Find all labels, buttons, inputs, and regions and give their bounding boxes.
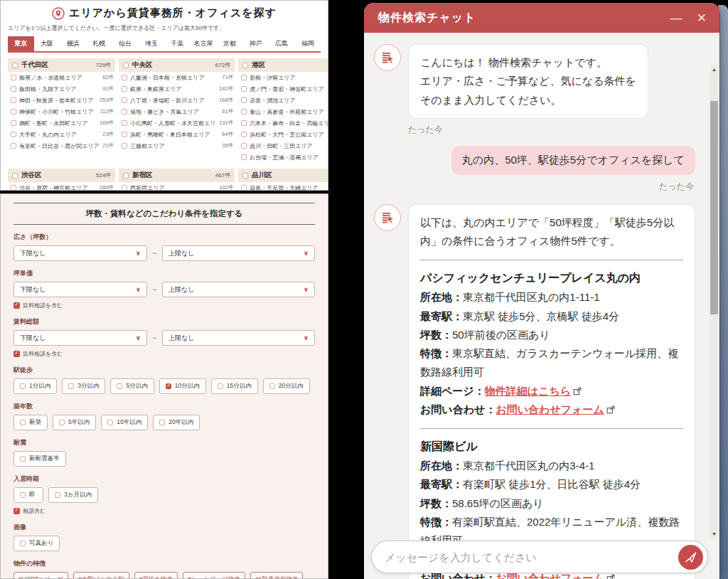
ward-checkbox[interactable] (242, 63, 248, 68)
area-row[interactable]: 西新宿エリア102件 (119, 182, 235, 191)
option-box-checkbox[interactable] (20, 456, 26, 462)
option-checkbox[interactable]: 1分以内 (14, 378, 57, 394)
city-tab[interactable]: 名古屋 (191, 36, 217, 51)
ward-header[interactable]: 新宿区467件 (119, 169, 235, 182)
option-box-checkbox[interactable] (117, 383, 122, 389)
property-link[interactable]: 物件詳細はこちら (485, 385, 571, 397)
area-checkbox[interactable] (122, 185, 127, 191)
option-box-checkbox[interactable] (68, 383, 74, 389)
option-box-checkbox[interactable] (166, 383, 171, 389)
ward-checkbox[interactable] (123, 173, 129, 179)
area-checkbox[interactable] (241, 185, 247, 191)
area-checkbox[interactable] (241, 75, 247, 80)
option-checkbox[interactable]: 5分以内 (110, 378, 154, 394)
area-row[interactable]: 三越前エリア35件 (119, 140, 235, 152)
option-checkbox[interactable]: 5年以内 (53, 415, 96, 430)
area-checkbox[interactable] (241, 97, 247, 103)
area-row[interactable]: 浜松町・大門・芝公園エリア169件 (238, 129, 328, 140)
message-input[interactable] (385, 551, 678, 563)
area-row[interactable]: 築地・勝どき・月島エリア61件 (119, 106, 235, 117)
area-checkbox[interactable] (122, 120, 127, 126)
area-row[interactable]: 神田・秋葉原・岩本町エリア253件 (8, 95, 115, 106)
area-checkbox[interactable] (11, 143, 16, 149)
max-select[interactable]: 上限なし∨ (162, 282, 315, 297)
ward-header[interactable]: 品川区156件 (238, 169, 328, 182)
option-checkbox[interactable]: 15分以内 (211, 378, 258, 394)
city-tab[interactable]: 神戸 (242, 36, 269, 51)
option-checkbox[interactable]: 10年以内 (101, 415, 148, 430)
option-checkbox[interactable]: 20年以内 (153, 415, 200, 430)
area-row[interactable]: 御茶ノ水・水道橋エリア62件 (8, 72, 115, 83)
area-checkbox[interactable] (122, 109, 127, 115)
area-row[interactable]: 小伝馬町・人形町・水天宮前エリア131件 (119, 117, 235, 129)
close-button[interactable]: ✕ (697, 12, 707, 24)
option-box-checkbox[interactable] (20, 383, 26, 389)
area-row[interactable]: 有楽町・日比谷・霞が関エリア21件 (8, 140, 115, 152)
min-select[interactable]: 下限なし∨ (14, 282, 147, 297)
scroll-down-icon[interactable]: ▼ (711, 531, 717, 536)
area-checkbox[interactable] (122, 75, 127, 80)
option-checkbox[interactable]: 20分以内 (263, 378, 310, 394)
ward-header[interactable]: 千代田区729件 (8, 58, 115, 72)
option-box-checkbox[interactable] (20, 541, 26, 546)
area-row[interactable]: 飯田橋・九段下エリア91件 (8, 83, 115, 95)
area-checkbox[interactable] (122, 86, 127, 92)
option-checkbox[interactable]: 10分以内 (159, 378, 206, 394)
area-checkbox[interactable] (241, 143, 247, 149)
option-checkbox[interactable]: 3分以内 (62, 378, 105, 394)
feature-tag[interactable]: #1階事務所物件 (250, 572, 303, 579)
area-checkbox[interactable] (241, 120, 247, 126)
note-checkbox[interactable]: 賃料相談を含む (14, 350, 315, 358)
note-checkbox[interactable]: 相談含む (14, 507, 315, 515)
area-row[interactable]: 新橋・汐留エリア117件 (238, 72, 328, 83)
option-checkbox[interactable]: 写真あり (14, 536, 60, 551)
note-checkbox-box[interactable] (14, 508, 20, 514)
area-checkbox[interactable] (11, 86, 16, 92)
area-row[interactable]: 八丁堀・茅場町・新川エリア168件 (119, 95, 235, 106)
max-select[interactable]: 上限なし∨ (162, 245, 315, 261)
area-checkbox[interactable] (11, 185, 16, 191)
option-checkbox[interactable]: 即 (14, 487, 43, 503)
option-box-checkbox[interactable] (218, 383, 223, 389)
minimize-button[interactable]: — (670, 12, 682, 24)
option-box-checkbox[interactable] (20, 420, 26, 425)
min-select[interactable]: 下限なし∨ (14, 245, 147, 261)
city-tab[interactable]: 大阪 (34, 36, 60, 51)
city-tab[interactable]: 札幌 (86, 36, 112, 51)
area-row[interactable]: お台場・芝浦・港南エリア55件 (238, 152, 328, 163)
ward-header[interactable]: 港区928件 (238, 58, 328, 72)
area-checkbox[interactable] (241, 154, 247, 160)
area-checkbox[interactable] (11, 120, 16, 126)
area-checkbox[interactable] (241, 109, 247, 115)
ward-header[interactable]: 中央区672件 (119, 58, 235, 72)
option-checkbox[interactable]: 新築 (14, 415, 48, 430)
chat-scrollbar-thumb[interactable] (710, 101, 718, 314)
area-checkbox[interactable] (11, 109, 16, 115)
city-tab[interactable]: 東京 (8, 36, 34, 51)
option-box-checkbox[interactable] (59, 420, 65, 425)
area-checkbox[interactable] (241, 86, 247, 92)
area-row[interactable]: 麹町・番町・永田町エリア169件 (8, 117, 115, 129)
send-button[interactable] (678, 545, 703, 570)
note-checkbox[interactable]: 賃料相談を含む (14, 302, 315, 309)
option-box-checkbox[interactable] (20, 492, 26, 498)
option-box-checkbox[interactable] (55, 492, 60, 498)
feature-tag[interactable]: #居抜き物件 (134, 572, 178, 579)
area-row[interactable]: 六本木・麻布・白金・高輪エリア155件 (238, 117, 328, 129)
area-checkbox[interactable] (11, 75, 16, 80)
area-checkbox[interactable] (11, 132, 16, 137)
feature-tag[interactable]: #大型ビルの小割 (73, 572, 129, 579)
city-tab[interactable]: 広島 (269, 36, 295, 51)
max-select[interactable]: 上限なし∨ (162, 330, 315, 346)
area-row[interactable]: 神保町・小川町・竹橋エリア112件 (8, 106, 115, 117)
area-row[interactable]: 浜町・馬喰町・東日本橋エリア64件 (119, 129, 235, 140)
ward-checkbox[interactable] (12, 63, 18, 68)
note-checkbox-box[interactable] (14, 302, 20, 309)
property-link[interactable]: お問い合わせフォーム (496, 403, 604, 415)
city-tab[interactable]: 仙台 (112, 36, 139, 51)
area-checkbox[interactable] (122, 97, 127, 103)
city-tab[interactable]: 千葉 (164, 36, 191, 51)
option-checkbox[interactable]: 3カ月以内 (48, 487, 98, 503)
area-row[interactable]: 赤坂・溜池エリア117件 (238, 95, 328, 106)
feature-tag[interactable]: #VORTシリーズ (14, 572, 68, 579)
